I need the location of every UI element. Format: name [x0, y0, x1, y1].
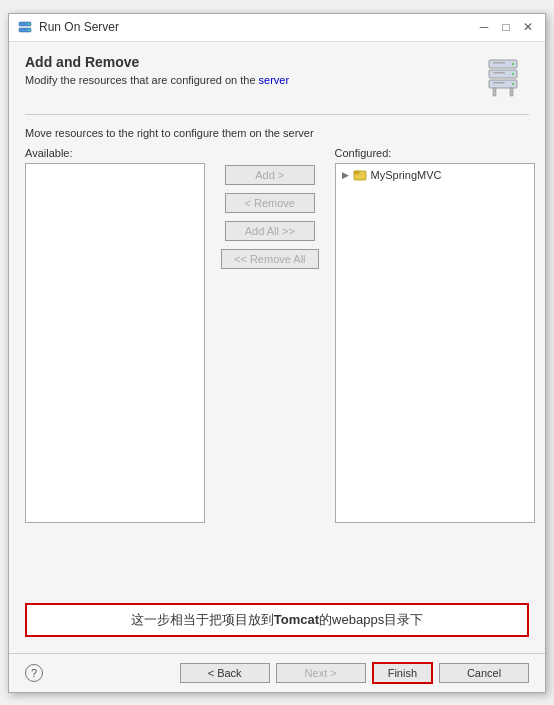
title-controls: ─ □ ✕ [475, 18, 537, 36]
expand-arrow-icon: ▶ [342, 170, 349, 180]
svg-rect-16 [354, 171, 359, 174]
add-button[interactable]: Add > [225, 165, 315, 185]
next-button[interactable]: Next > [276, 663, 366, 683]
add-all-button[interactable]: Add All >> [225, 221, 315, 241]
minimize-button[interactable]: ─ [475, 18, 493, 36]
title-bar: Run On Server ─ □ ✕ [9, 14, 545, 42]
panels-row: Available: Add > < Remove Add All >> << … [25, 147, 529, 591]
svg-rect-13 [493, 88, 496, 96]
svg-rect-11 [493, 72, 505, 74]
separator [25, 114, 529, 115]
title-bar-left: Run On Server [17, 19, 119, 35]
footer: ? < Back Next > Finish Cancel [9, 653, 545, 692]
remove-all-button[interactable]: << Remove All [221, 249, 319, 269]
configured-item[interactable]: ▶ MySpringMVC [336, 164, 534, 186]
finish-button[interactable]: Finish [372, 662, 433, 684]
available-panel: Available: [25, 147, 205, 523]
header-text: Add and Remove Modify the resources that… [25, 54, 481, 86]
instruction-text: Move resources to the right to configure… [25, 127, 529, 139]
footer-buttons: < Back Next > Finish Cancel [180, 662, 529, 684]
svg-point-2 [28, 23, 30, 25]
back-button[interactable]: < Back [180, 663, 270, 683]
svg-point-3 [28, 29, 30, 31]
help-button[interactable]: ? [25, 664, 43, 682]
configured-label: Configured: [335, 147, 535, 159]
server-icon [481, 54, 529, 102]
svg-rect-14 [510, 88, 513, 96]
svg-rect-12 [493, 82, 505, 84]
configured-panel: Configured: ▶ MySpringMVC [335, 147, 535, 523]
dialog-subtitle: Modify the resources that are configured… [25, 74, 481, 86]
available-label: Available: [25, 147, 205, 159]
remove-button[interactable]: < Remove [225, 193, 315, 213]
svg-point-8 [512, 72, 514, 74]
available-list[interactable] [25, 163, 205, 523]
title-text: Run On Server [39, 20, 119, 34]
server-run-icon [17, 19, 33, 35]
svg-rect-10 [493, 62, 505, 64]
dialog-content: Add and Remove Modify the resources that… [9, 42, 545, 653]
cancel-button[interactable]: Cancel [439, 663, 529, 683]
dialog-title: Add and Remove [25, 54, 481, 70]
svg-point-9 [512, 82, 514, 84]
project-icon [353, 168, 367, 182]
svg-point-7 [512, 62, 514, 64]
maximize-button[interactable]: □ [497, 18, 515, 36]
project-name: MySpringMVC [371, 169, 442, 181]
middle-buttons: Add > < Remove Add All >> << Remove All [205, 165, 335, 269]
close-button[interactable]: ✕ [519, 18, 537, 36]
footer-left: ? [25, 664, 43, 682]
header-section: Add and Remove Modify the resources that… [25, 54, 529, 102]
annotation-text: 这一步相当于把项目放到Tomcat的webapps目录下 [131, 612, 423, 627]
annotation-box: 这一步相当于把项目放到Tomcat的webapps目录下 [25, 603, 529, 637]
dialog-window: Run On Server ─ □ ✕ Add and Remove Modif… [8, 13, 546, 693]
configured-list[interactable]: ▶ MySpringMVC [335, 163, 535, 523]
